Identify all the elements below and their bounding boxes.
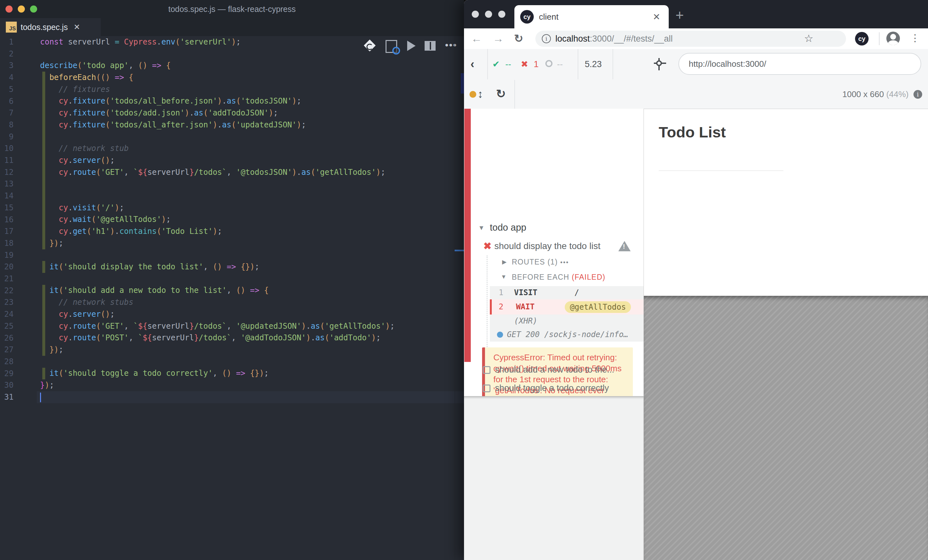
bookmark-star-icon[interactable]: ☆ — [804, 32, 814, 44]
xhr-dot-icon — [497, 332, 503, 338]
line-number: 14 — [0, 190, 14, 202]
cypress-favicon: cy — [520, 10, 534, 24]
minimize-window-icon[interactable] — [485, 11, 492, 18]
maximize-window-icon[interactable] — [498, 11, 505, 18]
suite-row[interactable]: ▼ todo app — [464, 222, 644, 236]
pending-test-row[interactable]: should add a new todo to the... — [464, 364, 644, 380]
command-name: VISIT — [514, 288, 537, 297]
line-number: 19 — [0, 250, 14, 261]
line-number: 26 — [0, 332, 14, 344]
chevron-down-icon[interactable]: ▼ — [501, 274, 507, 280]
route-alias-badge: @getAllTodos — [565, 301, 631, 313]
failed-suite-strip — [464, 109, 471, 362]
line-number: 20 — [0, 261, 14, 273]
overview-ruler — [455, 36, 455, 560]
reload-icon[interactable]: ↻ — [514, 28, 524, 49]
rerun-tests-icon[interactable]: ↻ — [496, 80, 506, 109]
browser-tab[interactable]: cy client ✕ — [514, 5, 669, 28]
line-number: 21 — [0, 273, 14, 285]
split-editor-icon[interactable] — [423, 40, 437, 52]
pending-count: -- — [557, 49, 563, 79]
command-name: WAIT — [516, 302, 535, 311]
chrome-titlebar: cy client ✕ + — [464, 0, 928, 28]
line-number: 2 — [0, 48, 14, 60]
more-icon[interactable]: ••• — [560, 259, 569, 266]
close-tab-icon[interactable]: ✕ — [653, 12, 660, 22]
chevron-right-icon[interactable]: ▶ — [502, 259, 507, 265]
url-text: localhost:3000/__/#/tests/__all — [556, 34, 673, 44]
line-number: 15 — [0, 202, 14, 214]
command-name: GET 200 /sockjs-node/info… — [507, 330, 628, 339]
command-log: 1VISIT/2WAIT@getAllTodos(XHR)GET 200 /so… — [490, 286, 644, 342]
profile-icon[interactable] — [886, 32, 900, 45]
code-editor[interactable]: const serverUrl = Cypress.env('serverUrl… — [40, 36, 395, 403]
app-heading: Todo List — [659, 123, 726, 141]
command-number: 1 — [490, 288, 504, 297]
cypress-extension-icon[interactable]: cy — [855, 32, 868, 46]
more-actions-icon[interactable]: ••• — [444, 40, 458, 52]
editor-tab[interactable]: JS todos.spec.js ✕ — [0, 18, 101, 36]
line-number: 13 — [0, 178, 14, 190]
address-bar[interactable]: i localhost:3000/__/#/tests/__all — [535, 30, 846, 47]
line-number: 23 — [0, 297, 14, 308]
routes-section[interactable]: ▶ ROUTES (1) ••• — [464, 257, 644, 269]
hook-failed-badge: (FAILED) — [572, 273, 606, 281]
passed-icon: ✔ — [492, 49, 500, 79]
command-row[interactable]: 1VISIT/ — [490, 286, 644, 299]
site-info-icon[interactable]: i — [542, 34, 551, 43]
line-number: 4 — [0, 72, 14, 84]
close-window-icon[interactable] — [472, 11, 479, 18]
forward-icon[interactable]: → — [493, 28, 504, 49]
viewport-size: 1000 x 660 (44%) — [843, 80, 909, 109]
line-number: 31 — [0, 391, 14, 403]
command-row[interactable]: GET 200 /sockjs-node/info… — [490, 328, 644, 342]
duration: 5.23 — [585, 49, 602, 79]
viewport-info-icon[interactable]: i — [913, 90, 922, 99]
editor-tab-label: todos.spec.js — [21, 23, 68, 32]
command-row[interactable]: 2WAIT@getAllTodos — [490, 299, 644, 315]
chevron-down-icon[interactable]: ▼ — [478, 224, 485, 231]
command-number: 2 — [490, 302, 504, 311]
line-number: 17 — [0, 225, 14, 237]
scroll-toggle-icon[interactable]: ↕ — [478, 80, 483, 109]
command-row[interactable]: (XHR) — [490, 315, 644, 328]
window-title: todos.spec.js — flask-react-cypress — [0, 0, 464, 18]
test-failed-icon: ✖ — [483, 240, 491, 252]
browser-menu-icon[interactable]: ⋮ — [910, 28, 920, 49]
vscode-tabbar: JS todos.spec.js ✕ ••• — [0, 18, 464, 36]
before-each-section[interactable]: ▼ BEFORE EACH (FAILED) — [464, 272, 644, 284]
line-number: 25 — [0, 320, 14, 332]
close-tab-icon[interactable]: ✕ — [73, 23, 80, 32]
app-url-field[interactable]: http://localhost:3000/ — [678, 53, 921, 75]
collapse-reporter-icon[interactable]: ‹ — [470, 49, 474, 79]
line-number: 10 — [0, 143, 14, 155]
status-dot — [470, 91, 476, 98]
warning-icon — [618, 241, 630, 251]
app-preview-iframe[interactable]: Todo List — [644, 109, 928, 296]
run-tests-icon[interactable] — [404, 40, 418, 52]
before-each-label: BEFORE EACH (FAILED) — [512, 273, 606, 282]
line-number: 12 — [0, 166, 14, 178]
line-number: 7 — [0, 107, 14, 119]
line-number: 5 — [0, 84, 14, 96]
screen: todos.spec.js — flask-react-cypress JS t… — [0, 0, 928, 560]
chrome-toolbar: ← → ↻ i localhost:3000/__/#/tests/__all … — [464, 28, 928, 50]
line-number: 9 — [0, 131, 14, 143]
line-number: 11 — [0, 155, 14, 166]
line-number: 29 — [0, 368, 14, 380]
scrollbar-mark[interactable] — [455, 250, 464, 251]
pending-checkbox-icon — [483, 366, 490, 374]
toolbar-divider — [879, 32, 879, 45]
pending-icon — [545, 60, 553, 67]
new-tab-icon[interactable]: + — [676, 10, 684, 21]
line-number: 28 — [0, 356, 14, 368]
line-number: 30 — [0, 379, 14, 391]
failed-test-row[interactable]: ✖ should display the todo list — [464, 240, 644, 254]
line-number: 16 — [0, 214, 14, 226]
selector-playground-icon[interactable] — [654, 58, 666, 70]
pending-test-title: should toggle a todo correctly — [495, 383, 609, 393]
pending-checkbox-icon — [483, 385, 490, 392]
back-icon[interactable]: ← — [471, 28, 482, 49]
line-number: 22 — [0, 285, 14, 297]
line-number: 18 — [0, 237, 14, 250]
